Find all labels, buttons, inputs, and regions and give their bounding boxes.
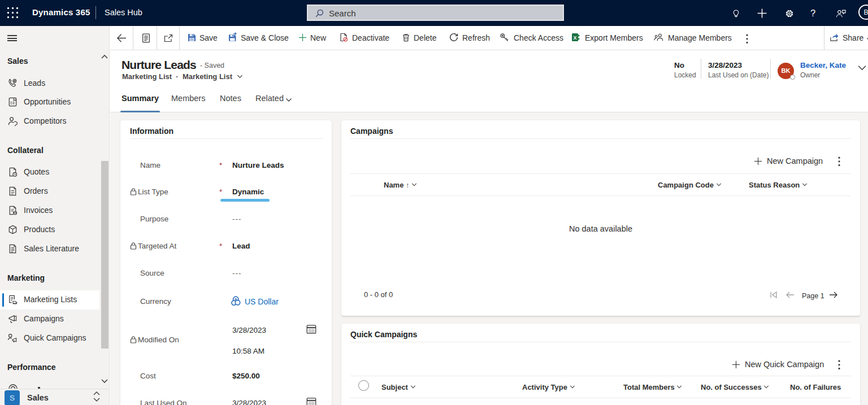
svg-text:X: X xyxy=(573,35,576,41)
